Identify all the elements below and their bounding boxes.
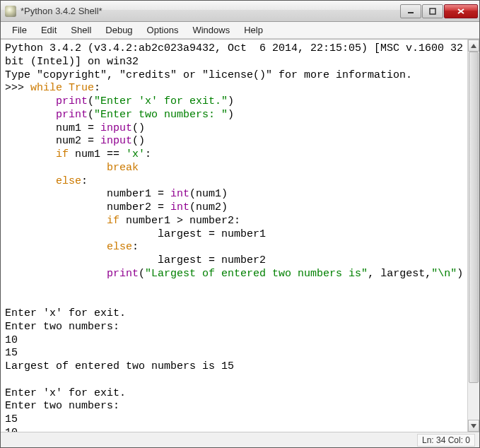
chevron-up-icon <box>471 44 476 48</box>
python-icon <box>5 6 16 17</box>
vertical-scrollbar[interactable] <box>467 40 479 432</box>
menu-file[interactable]: File <box>5 23 34 37</box>
statusbar: Ln: 34 Col: 0 <box>1 432 479 447</box>
scroll-thumb[interactable] <box>469 52 479 383</box>
window-controls <box>400 4 478 18</box>
menu-debug[interactable]: Debug <box>98 23 139 37</box>
menubar: File Edit Shell Debug Options Windows He… <box>1 22 479 39</box>
svg-marker-4 <box>471 44 476 48</box>
menu-help[interactable]: Help <box>237 23 270 37</box>
titlebar[interactable]: *Python 3.4.2 Shell* <box>1 1 479 22</box>
maximize-button[interactable] <box>422 4 443 18</box>
cursor-position: Ln: 34 Col: 0 <box>417 434 475 447</box>
scroll-track[interactable] <box>468 52 479 420</box>
scroll-up-button[interactable] <box>468 40 479 52</box>
menu-windows[interactable]: Windows <box>185 23 237 37</box>
window-title: *Python 3.4.2 Shell* <box>21 6 400 16</box>
scroll-down-button[interactable] <box>468 420 479 432</box>
minimize-icon <box>407 8 414 15</box>
menu-options[interactable]: Options <box>140 23 186 37</box>
menu-shell[interactable]: Shell <box>64 23 98 37</box>
menu-edit[interactable]: Edit <box>34 23 64 37</box>
minimize-button[interactable] <box>400 4 421 18</box>
svg-marker-5 <box>471 424 476 428</box>
shell-text-area[interactable]: Python 3.4.2 (v3.4.2:ab2c023a9432, Oct 6… <box>1 40 467 432</box>
close-icon <box>457 8 465 15</box>
app-window: *Python 3.4.2 Shell* File Edit Shell Deb… <box>0 0 480 448</box>
maximize-icon <box>429 8 436 15</box>
svg-rect-1 <box>430 8 435 14</box>
content-wrap: Python 3.4.2 (v3.4.2:ab2c023a9432, Oct 6… <box>1 39 479 432</box>
close-button[interactable] <box>444 4 478 18</box>
chevron-down-icon <box>471 424 476 428</box>
